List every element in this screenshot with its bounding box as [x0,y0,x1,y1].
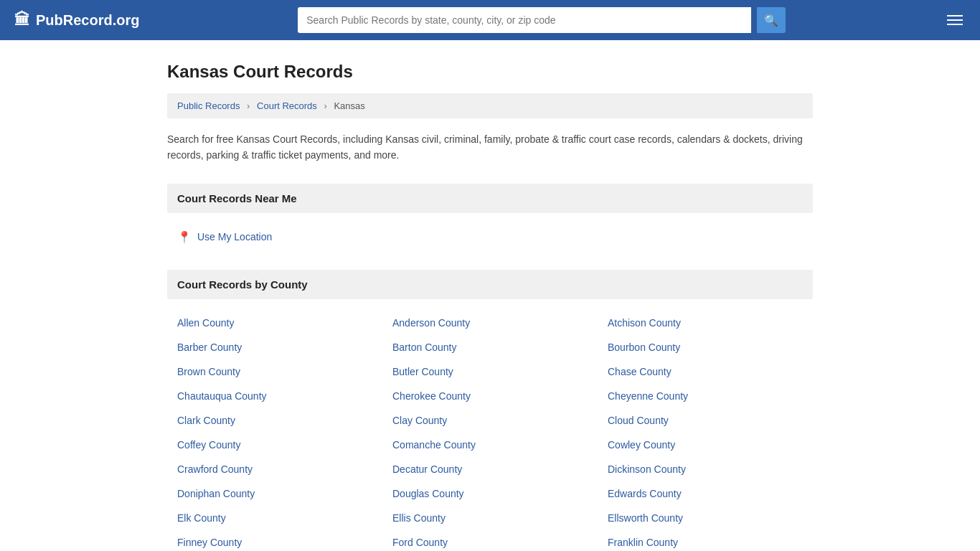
search-input[interactable] [298,7,751,33]
page-title: Kansas Court Records [167,62,813,82]
county-link[interactable]: Allen County [167,311,382,335]
breadcrumb-current: Kansas [334,100,364,111]
county-link[interactable]: Comanche County [382,433,598,457]
county-link[interactable]: Cherokee County [382,384,598,408]
location-icon: 📍 [177,230,192,244]
county-link[interactable]: Clark County [167,408,382,433]
county-link[interactable]: Cheyenne County [598,384,813,408]
county-link[interactable]: Ellis County [382,506,598,530]
page-description: Search for free Kansas Court Records, in… [167,131,813,164]
county-link[interactable]: Douglas County [382,481,598,506]
breadcrumb-sep-2: › [324,100,326,111]
search-button[interactable]: 🔍 [757,7,786,33]
use-location-button[interactable]: 📍 Use My Location [167,225,813,250]
county-link[interactable]: Dickinson County [598,457,813,481]
county-link[interactable]: Ford County [382,530,598,551]
county-link[interactable]: Anderson County [382,311,598,335]
menu-icon-line2 [947,19,963,21]
county-link[interactable]: Edwards County [598,481,813,506]
county-link[interactable]: Doniphan County [167,481,382,506]
near-me-header: Court Records Near Me [167,184,813,213]
menu-icon-line1 [947,15,963,17]
county-link[interactable]: Ellsworth County [598,506,813,530]
county-link[interactable]: Brown County [167,359,382,384]
county-link[interactable]: Barber County [167,335,382,359]
near-me-section: Court Records Near Me 📍 Use My Location [167,184,813,250]
county-link[interactable]: Crawford County [167,457,382,481]
county-link[interactable]: Chautauqua County [167,384,382,408]
menu-icon-line3 [947,24,963,25]
search-icon: 🔍 [764,14,778,27]
county-link[interactable]: Elk County [167,506,382,530]
county-link[interactable]: Butler County [382,359,598,384]
search-area: 🔍 [298,7,786,33]
county-link[interactable]: Finney County [167,530,382,551]
breadcrumb-sep-1: › [247,100,250,111]
county-link[interactable]: Decatur County [382,457,598,481]
breadcrumb-public-records[interactable]: Public Records [177,100,240,111]
breadcrumb-court-records[interactable]: Court Records [257,100,317,111]
logo-icon: 🏛 [14,11,30,29]
site-logo[interactable]: 🏛 PubRecord.org [14,11,139,29]
county-link[interactable]: Cowley County [598,433,813,457]
county-section: Court Records by County Allen CountyAnde… [167,270,813,551]
county-link[interactable]: Chase County [598,359,813,384]
breadcrumb: Public Records › Court Records › Kansas [167,93,813,118]
use-location-label: Use My Location [197,231,272,242]
county-link[interactable]: Bourbon County [598,335,813,359]
county-link[interactable]: Coffey County [167,433,382,457]
main-content: Kansas Court Records Public Records › Co… [153,40,827,551]
county-grid: Allen CountyAnderson CountyAtchison Coun… [167,311,813,551]
site-header: 🏛 PubRecord.org 🔍 [0,0,980,40]
county-link[interactable]: Franklin County [598,530,813,551]
county-link[interactable]: Barton County [382,335,598,359]
county-link[interactable]: Atchison County [598,311,813,335]
menu-button[interactable] [944,12,966,28]
county-link[interactable]: Cloud County [598,408,813,433]
logo-text: PubRecord.org [36,12,139,29]
county-link[interactable]: Clay County [382,408,598,433]
by-county-header: Court Records by County [167,270,813,299]
